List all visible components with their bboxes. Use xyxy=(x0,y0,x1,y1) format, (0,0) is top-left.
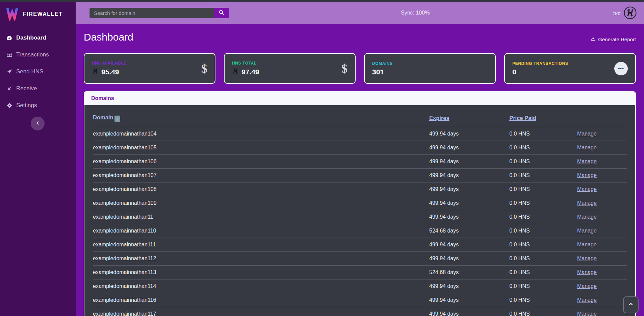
manage-link[interactable]: Manage xyxy=(577,214,597,220)
domain-price-paid: 0.0 HNS xyxy=(509,238,577,252)
scroll-to-top-button[interactable] xyxy=(623,296,639,313)
dollar-sign-icon: $ xyxy=(341,62,347,76)
manage-link[interactable]: Manage xyxy=(577,283,597,289)
column-header-actions xyxy=(577,108,627,127)
domain-row: exampledomainnathan11 499.94 days 0.0 HN… xyxy=(93,210,627,224)
tachometer-icon xyxy=(6,35,12,41)
sidebar-item-settings[interactable]: Settings xyxy=(0,97,76,114)
domain-name: exampledomainnathan107 xyxy=(93,169,429,183)
sidebar-item-send-hns[interactable]: Send HNS xyxy=(0,63,76,80)
domain-expires: 499.94 days xyxy=(429,155,509,169)
generate-report-label: Generate Report xyxy=(598,37,636,42)
firewallet-logo-icon xyxy=(5,6,19,22)
manage-link[interactable]: Manage xyxy=(577,159,597,164)
domain-name: exampledomainnathan116 xyxy=(93,293,429,307)
domain-expires: 499.94 days xyxy=(429,127,509,141)
arrow-down-left-icon xyxy=(6,86,12,92)
domain-name: exampledomainnathan108 xyxy=(93,183,429,196)
domain-expires: 499.94 days xyxy=(429,252,509,266)
domain-expires: 499.94 days xyxy=(429,169,509,183)
domain-name: exampledomainnathan106 xyxy=(93,155,429,169)
domain-expires: 499.94 days xyxy=(429,238,509,252)
stat-value: 97.49 xyxy=(241,68,259,76)
domain-row: exampledomainnathan106 499.94 days 0.0 H… xyxy=(93,155,627,169)
domains-table-body: exampledomainnathan104 499.94 days 0.0 H… xyxy=(93,127,627,316)
domain-row: exampledomainnathan111 499.94 days 0.0 H… xyxy=(93,238,627,252)
manage-link[interactable]: Manage xyxy=(577,297,597,303)
brand[interactable]: FIREWALLET xyxy=(0,2,76,25)
domain-price-paid: 0.0 HNS xyxy=(509,307,577,316)
manage-link[interactable]: Manage xyxy=(577,269,597,275)
manage-link[interactable]: Manage xyxy=(577,145,597,150)
domain-name: exampledomainnathan111 xyxy=(93,238,429,252)
manage-link[interactable]: Manage xyxy=(577,311,597,316)
domain-search xyxy=(89,8,229,18)
ellipsis-icon[interactable]: ••• xyxy=(614,62,628,75)
domain-expires: 499.94 days xyxy=(429,307,509,316)
domain-name: exampledomainnathan110 xyxy=(93,224,429,238)
sidebar-nav: Dashboard Transactions Send HNS xyxy=(0,29,76,114)
paper-plane-icon xyxy=(6,69,12,75)
stat-cards: HNS AVAILABLE 95.49 $ HNS TOTAL 97.49 xyxy=(84,53,636,84)
search-input[interactable] xyxy=(89,8,214,18)
domain-price-paid: 0.0 HNS xyxy=(509,169,577,183)
generate-report-button[interactable]: Generate Report xyxy=(591,36,636,44)
stat-label: PENDING TRANSACTIONS xyxy=(512,61,568,66)
chevron-left-icon xyxy=(35,121,40,127)
domain-price-paid: 0.0 HNS xyxy=(509,196,577,210)
search-button[interactable] xyxy=(214,8,229,18)
manage-link[interactable]: Manage xyxy=(577,131,597,137)
manage-link[interactable]: Manage xyxy=(577,228,597,234)
chevron-up-icon xyxy=(628,301,634,308)
manage-link[interactable]: Manage xyxy=(577,172,597,178)
wallet-indicator[interactable]: hot xyxy=(613,6,637,21)
domain-row: exampledomainnathan112 499.94 days 0.0 H… xyxy=(93,252,627,266)
domain-name: exampledomainnathan109 xyxy=(93,196,429,210)
sidebar-item-dashboard[interactable]: Dashboard xyxy=(0,29,76,46)
domain-name: exampledomainnathan113 xyxy=(93,266,429,279)
sidebar-item-label: Receive xyxy=(16,85,37,92)
column-header-price-paid: Price Paid xyxy=(509,108,577,127)
sort-by-expires-link[interactable]: Expires xyxy=(429,115,449,121)
stat-card-hns-available: HNS AVAILABLE 95.49 $ xyxy=(84,53,215,84)
domain-price-paid: 0.0 HNS xyxy=(509,155,577,169)
stat-card-domains: DOMAINS 301 xyxy=(364,53,496,84)
sidebar-collapse-button[interactable] xyxy=(31,117,45,130)
domain-price-paid: 0.0 HNS xyxy=(509,210,577,224)
stat-value: 301 xyxy=(372,68,384,76)
domain-price-paid: 0.0 HNS xyxy=(509,293,577,307)
stat-card-pending-transactions: PENDING TRANSACTIONS 0 ••• xyxy=(504,53,636,84)
domain-name: exampledomainnathan11 xyxy=(93,210,429,224)
sort-by-price-link[interactable]: Price Paid xyxy=(509,115,536,121)
sidebar-item-transactions[interactable]: Transactions xyxy=(0,46,76,63)
gear-icon xyxy=(6,102,12,109)
brand-name: FIREWALLET xyxy=(23,11,62,17)
domain-price-paid: 0.0 HNS xyxy=(509,224,577,238)
domain-expires: 499.94 days xyxy=(429,141,509,155)
table-icon xyxy=(6,52,12,58)
stat-value: 0 xyxy=(512,68,516,76)
manage-link[interactable]: Manage xyxy=(577,200,597,206)
sidebar-item-label: Transactions xyxy=(16,51,49,58)
domain-row: exampledomainnathan108 499.94 days 0.0 H… xyxy=(93,183,627,196)
sort-by-domain-link[interactable]: Domain xyxy=(93,114,113,120)
sidebar-item-receive[interactable]: Receive xyxy=(0,80,76,97)
domain-name: exampledomainnathan112 xyxy=(93,252,429,266)
manage-link[interactable]: Manage xyxy=(577,256,597,261)
domain-price-paid: 0.0 HNS xyxy=(509,141,577,155)
domain-expires: 499.94 days xyxy=(429,293,509,307)
domain-expires: 499.94 days xyxy=(429,183,509,196)
manage-link[interactable]: Manage xyxy=(577,186,597,192)
domain-expires: 524.68 days xyxy=(429,266,509,279)
sidebar: FIREWALLET Dashboard Transactions xyxy=(0,2,76,316)
domain-price-paid: 0.0 HNS xyxy=(509,279,577,293)
domain-row: exampledomainnathan107 499.94 days 0.0 H… xyxy=(93,169,627,183)
domain-expires: 499.94 days xyxy=(429,210,509,224)
topbar: Sync: 100% hot xyxy=(76,2,644,24)
wallet-name: hot xyxy=(613,10,621,17)
manage-link[interactable]: Manage xyxy=(577,242,597,247)
domain-price-paid: 0.0 HNS xyxy=(509,183,577,196)
domains-panel-header: Domains xyxy=(84,92,635,105)
hns-logo-icon xyxy=(232,68,239,76)
column-header-expires: Expires xyxy=(429,108,509,127)
